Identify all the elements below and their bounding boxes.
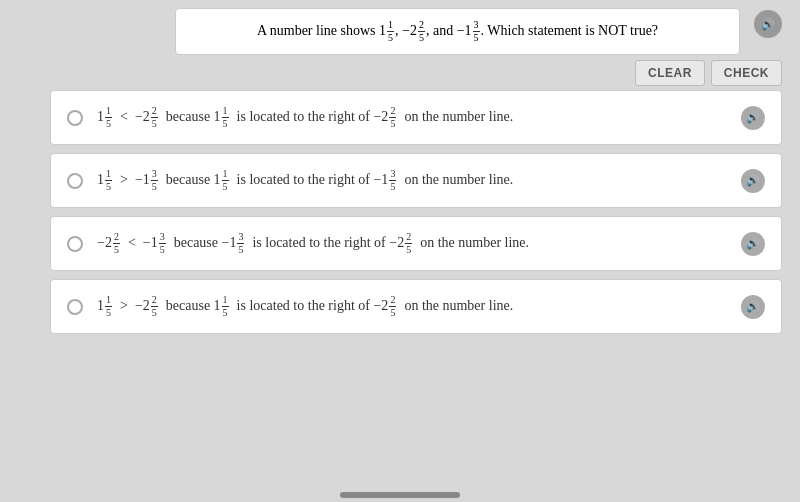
speaker-icon: 🔊 [746,111,760,124]
clear-button[interactable]: CLEAR [635,60,705,86]
speaker-icon: 🔊 [746,174,760,187]
question-text: A number line shows 115, −225, and −135.… [257,23,658,38]
radio-a[interactable] [67,110,83,126]
speaker-icon: 🔊 [761,18,775,31]
option-c-speaker-button[interactable]: 🔊 [741,232,765,256]
option-a[interactable]: 115 < −225 because 115 is located to the… [50,90,782,145]
options-container: 115 < −225 because 115 is located to the… [50,90,782,334]
question-speaker-button[interactable]: 🔊 [754,10,782,38]
option-b[interactable]: 115 > −135 because 115 is located to the… [50,153,782,208]
option-d-speaker-button[interactable]: 🔊 [741,295,765,319]
option-d[interactable]: 115 > −225 because 115 is located to the… [50,279,782,334]
option-b-speaker-button[interactable]: 🔊 [741,169,765,193]
option-c-text: −225 < −135 because −135 is located to t… [97,231,731,256]
option-b-text: 115 > −135 because 115 is located to the… [97,168,731,193]
radio-b[interactable] [67,173,83,189]
speaker-icon: 🔊 [746,300,760,313]
action-buttons: CLEAR CHECK [635,60,782,86]
option-c[interactable]: −225 < −135 because −135 is located to t… [50,216,782,271]
speaker-icon: 🔊 [746,237,760,250]
option-a-text: 115 < −225 because 115 is located to the… [97,105,731,130]
radio-c[interactable] [67,236,83,252]
question-box: A number line shows 115, −225, and −135.… [175,8,740,55]
option-a-speaker-button[interactable]: 🔊 [741,106,765,130]
radio-d[interactable] [67,299,83,315]
option-d-text: 115 > −225 because 115 is located to the… [97,294,731,319]
check-button[interactable]: CHECK [711,60,782,86]
scrollbar[interactable] [340,492,460,498]
